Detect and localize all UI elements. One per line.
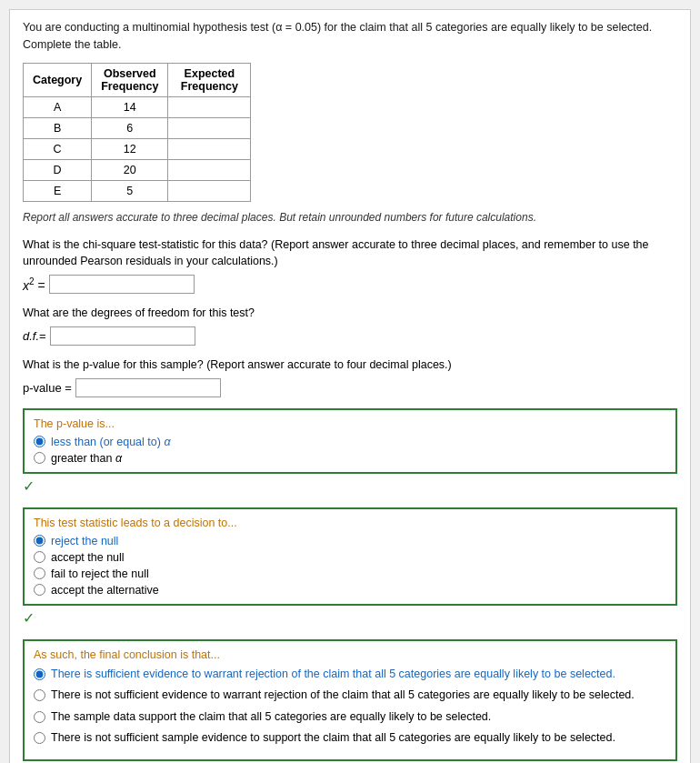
col-header-category: Category bbox=[24, 63, 92, 96]
table-row: E5 bbox=[24, 180, 251, 201]
chi-square-block: What is the chi-square test-statistic fo… bbox=[23, 236, 677, 295]
expected-freq-input-b[interactable] bbox=[177, 122, 241, 135]
col-header-expected: ExpectedFrequency bbox=[168, 63, 251, 96]
intro-paragraph: You are conducting a multinomial hypothe… bbox=[23, 21, 652, 51]
table-cell-expected[interactable] bbox=[168, 96, 251, 117]
test-decision-title: This test statistic leads to a decision … bbox=[34, 517, 666, 529]
table-cell-category: B bbox=[24, 117, 92, 138]
table-row: D20 bbox=[24, 159, 251, 180]
test-decision-section: This test statistic leads to a decision … bbox=[23, 507, 677, 627]
table-row: A14 bbox=[24, 96, 251, 117]
radio-input-fc-fc3[interactable] bbox=[34, 711, 45, 723]
test-decision-options: reject the nullaccept the nullfail to re… bbox=[34, 535, 666, 597]
p-value-decision-title: The p-value is... bbox=[34, 417, 666, 430]
table-cell-category: D bbox=[24, 159, 92, 180]
radio-label-td-td3: fail to reject the null bbox=[51, 567, 149, 580]
test-decision-box: This test statistic leads to a decision … bbox=[23, 507, 677, 606]
final-conclusion-section: As such, the final conclusion is that...… bbox=[23, 639, 677, 764]
expected-freq-input-e[interactable] bbox=[177, 185, 241, 197]
note-text: Report all answers accurate to three dec… bbox=[23, 209, 677, 226]
radio-input-pv-pv2[interactable] bbox=[34, 452, 45, 464]
radio-option-pv-pv2[interactable]: greater than α bbox=[34, 452, 666, 465]
radio-option-fc-fc1[interactable]: There is sufficient evidence to warrant … bbox=[34, 667, 666, 683]
degrees-freedom-block: What are the degrees of freedom for this… bbox=[23, 305, 677, 346]
table-cell-observed: 12 bbox=[92, 138, 168, 159]
radio-input-fc-fc1[interactable] bbox=[34, 668, 45, 680]
df-label: d.f.= bbox=[23, 329, 46, 343]
table-cell-expected[interactable] bbox=[168, 159, 251, 180]
radio-label-td-td1: reject the null bbox=[51, 535, 118, 547]
table-cell-category: C bbox=[24, 138, 92, 159]
p-value-block: What is the p-value for this sample? (Re… bbox=[23, 356, 677, 397]
p-value-label: p-value = bbox=[23, 381, 72, 395]
expected-freq-input-d[interactable] bbox=[177, 164, 241, 176]
table-cell-expected[interactable] bbox=[168, 117, 251, 138]
radio-option-fc-fc3[interactable]: The sample data support the claim that a… bbox=[34, 709, 666, 726]
table-cell-category: A bbox=[24, 96, 92, 117]
radio-input-fc-fc4[interactable] bbox=[34, 732, 45, 744]
radio-input-td-td2[interactable] bbox=[34, 551, 45, 563]
final-conclusion-box: As such, the final conclusion is that...… bbox=[23, 639, 677, 761]
radio-label-fc-fc4: There is not sufficient sample evidence … bbox=[51, 730, 615, 747]
radio-input-td-td3[interactable] bbox=[34, 567, 45, 579]
radio-input-td-td1[interactable] bbox=[34, 535, 45, 547]
radio-option-td-td3[interactable]: fail to reject the null bbox=[34, 567, 666, 580]
radio-input-td-td4[interactable] bbox=[34, 584, 45, 596]
table-row: C12 bbox=[24, 138, 251, 159]
radio-label-fc-fc2: There is not sufficient evidence to warr… bbox=[51, 688, 635, 704]
radio-label-fc-fc3: The sample data support the claim that a… bbox=[51, 709, 491, 726]
p-value-options: less than (or equal to) αgreater than α bbox=[34, 436, 666, 465]
frequency-table: Category ObservedFrequency ExpectedFrequ… bbox=[23, 63, 251, 202]
df-input[interactable] bbox=[50, 326, 195, 346]
intro-text: You are conducting a multinomial hypothe… bbox=[23, 19, 677, 54]
table-cell-observed: 14 bbox=[92, 96, 168, 117]
table-cell-observed: 20 bbox=[92, 159, 168, 180]
radio-option-fc-fc4[interactable]: There is not sufficient sample evidence … bbox=[34, 730, 666, 747]
radio-input-pv-pv1[interactable] bbox=[34, 436, 45, 447]
table-cell-expected[interactable] bbox=[168, 180, 251, 201]
expected-freq-input-c[interactable] bbox=[177, 143, 241, 156]
table-cell-observed: 5 bbox=[92, 180, 168, 201]
radio-option-fc-fc2[interactable]: There is not sufficient evidence to warr… bbox=[34, 688, 666, 704]
radio-label-td-td4: accept the alternative bbox=[51, 584, 159, 597]
chi-square-question: What is the chi-square test-statistic fo… bbox=[23, 236, 677, 271]
p-value-checkmark: ✓ bbox=[23, 477, 677, 495]
p-value-decision-section: The p-value is... less than (or equal to… bbox=[23, 408, 677, 495]
radio-input-fc-fc2[interactable] bbox=[34, 689, 45, 701]
radio-option-td-td4[interactable]: accept the alternative bbox=[34, 584, 666, 597]
table-cell-observed: 6 bbox=[92, 117, 168, 138]
radio-label-fc-fc1: There is sufficient evidence to warrant … bbox=[51, 667, 615, 683]
radio-label-pv-pv2: greater than α bbox=[51, 452, 122, 465]
test-decision-checkmark: ✓ bbox=[23, 609, 677, 627]
final-conclusion-options: There is sufficient evidence to warrant … bbox=[34, 667, 666, 747]
radio-option-td-td1[interactable]: reject the null bbox=[34, 535, 666, 547]
p-value-decision-box: The p-value is... less than (or equal to… bbox=[23, 408, 677, 474]
expected-freq-input-a[interactable] bbox=[177, 101, 241, 114]
chi-square-label: x2 = bbox=[23, 276, 45, 293]
radio-option-pv-pv1[interactable]: less than (or equal to) α bbox=[34, 436, 666, 448]
p-value-input[interactable] bbox=[75, 378, 221, 397]
table-row: B6 bbox=[24, 117, 251, 138]
note-content: Report all answers accurate to three dec… bbox=[23, 211, 536, 224]
chi-square-input[interactable] bbox=[49, 275, 195, 294]
table-cell-category: E bbox=[24, 180, 92, 201]
radio-label-pv-pv1: less than (or equal to) α bbox=[51, 436, 171, 448]
main-container: You are conducting a multinomial hypothe… bbox=[9, 9, 691, 763]
final-conclusion-title: As such, the final conclusion is that... bbox=[34, 648, 666, 661]
radio-option-td-td2[interactable]: accept the null bbox=[34, 551, 666, 564]
col-header-observed: ObservedFrequency bbox=[92, 63, 168, 96]
radio-label-td-td2: accept the null bbox=[51, 551, 125, 564]
table-cell-expected[interactable] bbox=[168, 138, 251, 159]
degrees-freedom-question: What are the degrees of freedom for this… bbox=[23, 305, 677, 322]
p-value-question: What is the p-value for this sample? (Re… bbox=[23, 356, 677, 374]
